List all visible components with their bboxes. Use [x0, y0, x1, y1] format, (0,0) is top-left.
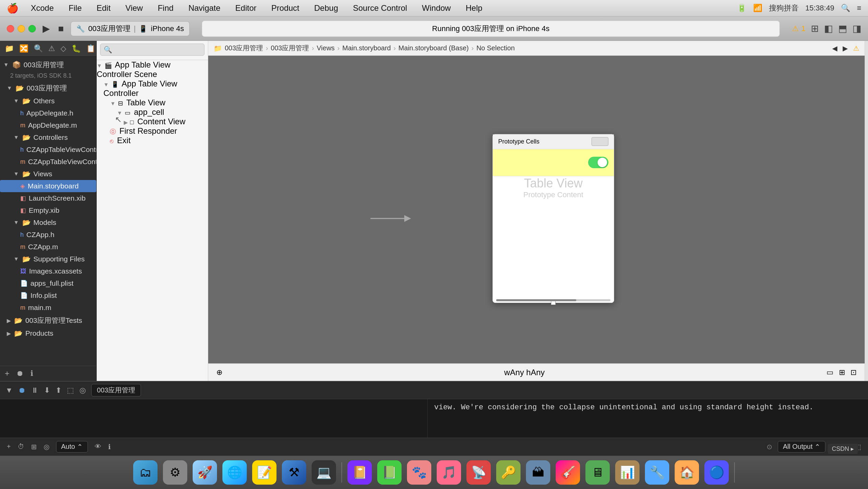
storyboard-canvas[interactable]: Prototype Cells Table View Prot [208, 56, 865, 381]
navigator-icon[interactable]: ◧ [824, 23, 833, 34]
menu-window[interactable]: Window [419, 2, 453, 14]
add-icon[interactable]: + [5, 369, 9, 378]
forward-icon[interactable]: ▶ [843, 44, 848, 52]
source-control-icon[interactable]: 🔀 [19, 44, 28, 53]
layout-toggle-icon[interactable]: ⊞ [811, 23, 819, 34]
dock-launchpad[interactable]: 🚀 [193, 460, 217, 485]
dock-app9[interactable]: 🖥 [585, 460, 610, 485]
search-nav-icon[interactable]: 🔍 [34, 44, 43, 53]
sidebar-group-others[interactable]: ▼ 📂 Others [0, 95, 96, 107]
filter-icon[interactable]: ⊙ [767, 443, 772, 451]
menu-file[interactable]: File [66, 2, 85, 14]
menu-source-control[interactable]: Source Control [350, 2, 410, 14]
dock-finder[interactable]: 🗂 [133, 460, 158, 485]
debug-view-icon[interactable]: ⬚ [67, 386, 74, 395]
dock-evernote[interactable]: 📗 [377, 460, 402, 485]
issue-icon[interactable]: ⚠ [48, 44, 55, 53]
sidebar-item-czapp-vc-m[interactable]: m CZAppTableViewController.m [0, 156, 96, 168]
breadcrumb-part4[interactable]: Main.storyboard [342, 44, 391, 52]
menu-find[interactable]: Find [155, 2, 176, 14]
dock-music[interactable]: 🎵 [437, 460, 461, 485]
zoom-fit-icon[interactable]: ⊕ [216, 368, 222, 377]
sidebar-item-xcassets[interactable]: 🖼 Images.xcassets [0, 265, 96, 277]
warning-indicator[interactable]: ⚠ 1 [792, 24, 805, 33]
info-icon[interactable]: ℹ [108, 443, 111, 451]
output-selector[interactable]: All Output ⌃ [778, 441, 825, 453]
input-method[interactable]: 搜狗拼音 [769, 3, 799, 13]
outline-item-content-view[interactable]: ▶ □ Content View [97, 117, 208, 126]
stop-button[interactable]: ■ [57, 22, 65, 35]
back-icon[interactable]: ◀ [832, 44, 837, 52]
debug-icon[interactable]: ⬒ [838, 23, 847, 34]
sidebar-item-main-m[interactable]: m main.m [0, 302, 96, 314]
outline-item-scene[interactable]: ▼ 🎬 App Table View Controller Scene [97, 60, 208, 79]
inspector-resizer[interactable] [865, 41, 868, 381]
canvas-icon-2[interactable]: ⊞ [839, 368, 845, 377]
eye-icon[interactable]: 👁 [95, 443, 101, 451]
menu-view[interactable]: View [123, 2, 146, 14]
sidebar-group-products[interactable]: ▶ 📂 Products [0, 327, 96, 339]
outline-search-box[interactable]: 🔍 [100, 44, 204, 56]
auto-selector[interactable]: Auto ⌃ [56, 441, 88, 453]
breadcrumb-part2[interactable]: 003应用管理 [271, 44, 309, 53]
sidebar-group-supporting[interactable]: ▼ 📂 Supporting Files [0, 253, 96, 265]
breadcrumb-part1[interactable]: 003应用管理 [225, 44, 263, 53]
breadcrumb-part3[interactable]: Views [317, 44, 335, 52]
sidebar-item-empty-xib[interactable]: ◧ Empty.xib [0, 204, 96, 216]
apple-logo[interactable]: 🍎 [7, 3, 19, 14]
dock-app12[interactable]: 🏠 [675, 460, 699, 485]
outline-item-first-responder[interactable]: ▶ ⓪ First Responder [97, 126, 208, 136]
dock-notes[interactable]: 📝 [252, 460, 276, 485]
outline-item-controller[interactable]: ▼ 📱 App Table View Controller [97, 79, 208, 98]
scheme-selector[interactable]: 🔧 003应用管理 | 📱 iPhone 4s [71, 21, 190, 36]
sidebar-item-czapp-vc-h[interactable]: h CZAppTableViewController.h [0, 144, 96, 156]
sidebar-group-models[interactable]: ▼ 📂 Models [0, 216, 96, 229]
report-icon[interactable]: 📋 [86, 44, 95, 53]
debug-step-over-icon[interactable]: ⏸ [31, 386, 39, 395]
canvas-icon-1[interactable]: ▭ [826, 368, 834, 377]
debug-nav-icon[interactable]: 🐛 [72, 44, 81, 53]
debug-location-icon[interactable]: ◎ [79, 386, 86, 395]
dock-filezilla[interactable]: 📡 [466, 460, 491, 485]
outline-item-tableview[interactable]: ▼ ⊟ Table View [97, 98, 208, 107]
outline-item-exit[interactable]: ▶ ⎋ Exit [97, 136, 208, 145]
inspector-icon[interactable]: ◨ [852, 23, 861, 34]
debug-step-in-icon[interactable]: ⬇ [44, 386, 50, 395]
sidebar-item-main-storyboard[interactable]: ◈ Main.storyboard [0, 180, 96, 192]
dock-onenote[interactable]: 📔 [347, 460, 372, 485]
sidebar-item-info-plist[interactable]: 📄 Info.plist [0, 289, 96, 302]
debug-pause-icon[interactable]: ▼ [5, 386, 13, 395]
menu-help[interactable]: Help [463, 2, 485, 14]
sidebar-item-launchscreen[interactable]: ◧ LaunchScreen.xib [0, 192, 96, 204]
dock-system-prefs[interactable]: ⚙ [163, 460, 187, 485]
warning-nav-icon[interactable]: ℹ [30, 369, 33, 378]
project-root[interactable]: ▼ 📦 003应用管理 [0, 58, 96, 72]
sidebar-item-apps-plist[interactable]: 📄 apps_full.plist [0, 277, 96, 289]
sidebar-item-czapp-h[interactable]: h CZApp.h [0, 229, 96, 241]
sidebar-group-controllers[interactable]: ▼ 📂 Controllers [0, 131, 96, 144]
menu-product[interactable]: Product [269, 2, 302, 14]
dock-safari[interactable]: 🌐 [222, 460, 247, 485]
bookmark-debug-icon[interactable]: ⊞ [31, 443, 37, 451]
sidebar-item-appdelegate-m[interactable]: m AppDelegate.m [0, 119, 96, 131]
outline-item-cell[interactable]: ▼ ▭ app_cell [97, 107, 208, 117]
sidebar-group-main[interactable]: ▼ 📂 003应用管理 [0, 81, 96, 95]
dock-app7[interactable]: 🏔 [526, 460, 550, 485]
sidebar-group-views[interactable]: ▼ 📂 Views [0, 168, 96, 180]
menu-xcode[interactable]: Xcode [28, 2, 56, 14]
dock-app6[interactable]: 🔑 [496, 460, 521, 485]
add-debug-icon[interactable]: + [7, 443, 11, 451]
dock-app10[interactable]: 📊 [615, 460, 640, 485]
dock-terminal[interactable]: 💻 [312, 460, 336, 485]
notification-icon[interactable]: ≡ [857, 4, 861, 12]
sidebar-item-appdelegate-h[interactable]: h AppDelegate.h [0, 107, 96, 119]
dock-instruments[interactable]: 🎸 [556, 460, 580, 485]
menu-navigate[interactable]: Navigate [186, 2, 223, 14]
dock-app11[interactable]: 🔧 [645, 460, 669, 485]
sidebar-group-tests[interactable]: ▶ 📂 003应用管理Tests [0, 314, 96, 327]
menu-edit[interactable]: Edit [94, 2, 113, 14]
clock-debug-icon[interactable]: ⏱ [18, 443, 24, 451]
sidebar-item-czapp-m[interactable]: m CZApp.m [0, 241, 96, 253]
canvas-icon-3[interactable]: ⊡ [850, 368, 857, 377]
debug-continue-icon[interactable]: ⏺ [18, 386, 26, 395]
